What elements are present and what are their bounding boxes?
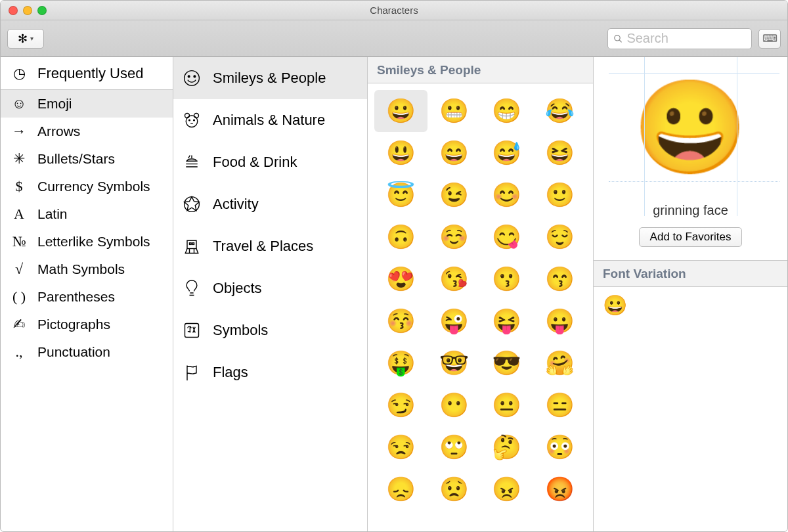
svg-rect-11 xyxy=(187,240,196,248)
body: ◷Frequently Used☺Emoji→Arrows✳︎Bullets/S… xyxy=(1,57,787,531)
smileys-icon xyxy=(183,68,201,88)
emoji-grid[interactable]: 😀😬😁😂😃😄😅😆😇😉😊🙂🙃☺️😋😌😍😘😗😙😚😜😝😛🤑🤓😎🤗😏😶😐😑😒🙄🤔😳😞😟😠… xyxy=(368,83,593,531)
actions-menu-button[interactable]: ✻ ▾ xyxy=(7,29,44,49)
subcategory-sidebar[interactable]: Smileys & PeopleAnimals & NatureFood & D… xyxy=(173,57,368,531)
emoji-cell[interactable]: 😟 xyxy=(427,468,481,510)
svg-rect-12 xyxy=(190,243,192,245)
emoji-cell[interactable]: 😬 xyxy=(427,90,481,132)
emoji-cell[interactable]: 😄 xyxy=(427,132,481,174)
emoji-cell[interactable]: 😞 xyxy=(374,468,427,510)
emoji-cell[interactable]: 🤑 xyxy=(374,342,427,384)
sidebar-item-latin[interactable]: ALatin xyxy=(1,200,173,228)
minimize-button[interactable] xyxy=(23,6,32,15)
add-to-favorites-button[interactable]: Add to Favorites xyxy=(639,227,743,247)
subcat-item-objects[interactable]: Objects xyxy=(173,267,367,309)
emoji-cell[interactable]: 😜 xyxy=(427,300,481,342)
emoji-cell[interactable]: 😏 xyxy=(374,384,427,426)
emoji-cell[interactable]: 😚 xyxy=(374,300,427,342)
emoji-cell[interactable]: 😉 xyxy=(427,174,481,216)
emoji-cell[interactable]: ☺️ xyxy=(427,216,481,258)
emoji-cell[interactable]: 🤔 xyxy=(481,426,534,468)
sidebar-item-punct[interactable]: ., Punctuation xyxy=(1,338,173,366)
activity-icon xyxy=(183,194,201,214)
subcat-item-travel[interactable]: Travel & Places xyxy=(173,225,367,267)
zoom-button[interactable] xyxy=(37,6,47,15)
variation-body: 😀 xyxy=(594,287,787,531)
subcat-item-food[interactable]: Food & Drink xyxy=(173,141,367,183)
emoji-cell[interactable]: 🤗 xyxy=(533,342,586,384)
subcat-item-symbols[interactable]: Symbols xyxy=(173,309,367,351)
subcat-item-smileys[interactable]: Smileys & People xyxy=(173,57,367,99)
category-sidebar[interactable]: ◷Frequently Used☺Emoji→Arrows✳︎Bullets/S… xyxy=(1,57,173,531)
emoji-cell[interactable]: 😊 xyxy=(481,174,534,216)
emoji-icon: ☺ xyxy=(10,95,28,112)
emoji-cell[interactable]: 😶 xyxy=(427,384,481,426)
emoji-cell[interactable]: 😆 xyxy=(533,132,586,174)
sidebar-item-numero[interactable]: №Letterlike Symbols xyxy=(1,228,173,255)
emoji-cell[interactable]: 😳 xyxy=(533,426,586,468)
sidebar-item-dollar[interactable]: $Currency Symbols xyxy=(1,173,173,200)
emoji-cell[interactable]: 😒 xyxy=(374,426,427,468)
sidebar-item-picto[interactable]: ✍︎Pictographs xyxy=(1,311,173,338)
sidebar-item-paren[interactable]: ( )Parentheses xyxy=(1,283,173,311)
sidebar-item-label: Arrows xyxy=(37,123,80,139)
emoji-cell[interactable]: 😎 xyxy=(481,342,534,384)
emoji-cell[interactable]: 😇 xyxy=(374,174,427,216)
emoji-cell[interactable]: 😐 xyxy=(481,384,534,426)
preview-section: 😀 grinning face Add to Favorites xyxy=(594,57,787,261)
chevron-down-icon: ▾ xyxy=(30,35,33,42)
sidebar-item-label: Letterlike Symbols xyxy=(37,234,150,250)
emoji-cell[interactable]: 😁 xyxy=(481,90,534,132)
emoji-cell[interactable]: 🙃 xyxy=(374,216,427,258)
subcat-item-label: Animals & Nature xyxy=(213,112,325,129)
food-icon xyxy=(183,152,201,172)
emoji-cell[interactable]: 😘 xyxy=(427,258,481,300)
emoji-cell[interactable]: 😌 xyxy=(533,216,586,258)
emoji-cell[interactable]: 😂 xyxy=(533,90,586,132)
svg-point-4 xyxy=(194,76,196,78)
svg-rect-14 xyxy=(185,324,199,338)
search-field-wrap[interactable] xyxy=(607,28,752,49)
subcat-item-label: Travel & Places xyxy=(213,238,313,255)
sidebar-item-sqrt[interactable]: √Math Symbols xyxy=(1,255,173,283)
emoji-cell[interactable]: 😋 xyxy=(481,216,534,258)
sidebar-item-star[interactable]: ✳︎Bullets/Stars xyxy=(1,145,173,173)
sidebar-item-arrow[interactable]: →Arrows xyxy=(1,118,173,145)
flags-icon xyxy=(183,363,201,382)
close-button[interactable] xyxy=(9,6,18,15)
emoji-cell[interactable]: 😛 xyxy=(533,300,586,342)
emoji-cell[interactable]: 😅 xyxy=(481,132,534,174)
emoji-cell[interactable]: 😡 xyxy=(533,468,586,510)
svg-point-0 xyxy=(615,35,620,40)
keyboard-viewer-button[interactable]: ⌨︎ xyxy=(758,29,781,49)
emoji-cell[interactable]: 😙 xyxy=(533,258,586,300)
sidebar-item-label: Parentheses xyxy=(37,289,115,305)
subcat-item-flags[interactable]: Flags xyxy=(173,351,367,393)
emoji-cell[interactable]: 😃 xyxy=(374,132,427,174)
emoji-cell[interactable]: 😑 xyxy=(533,384,586,426)
window-controls xyxy=(9,6,47,15)
grid-header: Smileys & People xyxy=(368,57,593,83)
sidebar-item-label: Emoji xyxy=(37,96,72,112)
search-input[interactable] xyxy=(626,31,746,46)
guide-line xyxy=(609,181,779,182)
sidebar-item-clock[interactable]: ◷Frequently Used xyxy=(1,57,173,90)
emoji-cell[interactable]: 😝 xyxy=(481,300,534,342)
characters-window: Characters ✻ ▾ ⌨︎ ◷Frequently Used☺Emoji… xyxy=(0,0,788,532)
emoji-cell[interactable]: 😗 xyxy=(481,258,534,300)
emoji-cell[interactable]: 😍 xyxy=(374,258,427,300)
emoji-cell[interactable]: 🙄 xyxy=(427,426,481,468)
gear-icon: ✻ xyxy=(18,33,28,45)
sidebar-item-label: Currency Symbols xyxy=(37,179,150,194)
subcat-item-activity[interactable]: Activity xyxy=(173,183,367,225)
numero-icon: № xyxy=(10,233,28,250)
emoji-cell[interactable]: 🙂 xyxy=(533,174,586,216)
variation-glyph[interactable]: 😀 xyxy=(603,294,778,317)
emoji-cell[interactable]: 😠 xyxy=(481,468,534,510)
sidebar-item-emoji[interactable]: ☺Emoji xyxy=(1,90,173,118)
titlebar[interactable]: Characters xyxy=(1,1,787,20)
sidebar-item-label: Frequently Used xyxy=(37,65,143,82)
emoji-cell[interactable]: 🤓 xyxy=(427,342,481,384)
emoji-cell[interactable]: 😀 xyxy=(374,90,427,132)
subcat-item-animals[interactable]: Animals & Nature xyxy=(173,99,367,141)
